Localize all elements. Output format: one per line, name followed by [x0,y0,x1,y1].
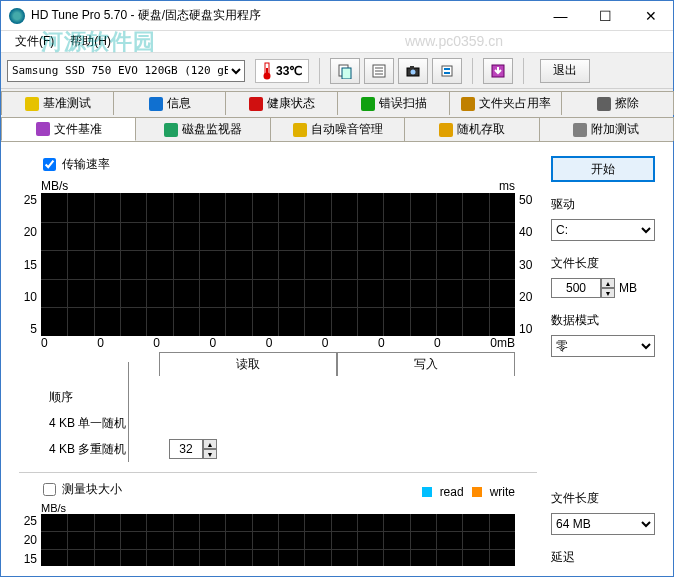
tab-icon [25,97,39,111]
tab-icon [461,97,475,111]
legend-read-label: read [440,485,464,499]
svg-rect-4 [342,68,351,79]
tab1-1[interactable]: 信息 [113,91,226,115]
transfer-rate-row: 传输速率 [19,156,537,173]
params-section: 顺序 4 KB 单一随机 4 KB 多重随机 ▲ ▼ [19,384,537,462]
right-column: 开始 驱动 C: 文件长度 ▲ ▼ MB 数据模式 零 文件长度 64 MB 延… [551,156,655,566]
chart2-unit: MB/s [19,502,537,514]
filelen-down-button[interactable]: ▼ [601,288,615,298]
menu-file[interactable]: 文件(F) [7,31,62,52]
chart-units: MB/s ms [19,179,537,193]
tab1-3[interactable]: 错误扫描 [337,91,450,115]
transfer-rate-checkbox[interactable] [43,158,56,171]
watermark-url: www.pc0359.cn [405,33,503,49]
svg-rect-12 [442,66,452,76]
tab2-4[interactable]: 附加测试 [539,117,674,141]
separator [319,58,320,84]
tab2-3[interactable]: 随机存取 [404,117,539,141]
rand-single-label: 4 KB 单一随机 [49,415,159,432]
tab-icon [439,123,453,137]
tab-icon [164,123,178,137]
tab2-1[interactable]: 磁盘监视器 [135,117,270,141]
thermometer-icon [262,62,272,80]
maximize-button[interactable]: ☐ [583,1,628,30]
tab-icon [573,123,587,137]
multi-value-input[interactable] [169,439,203,459]
tab1-2[interactable]: 健康状态 [225,91,338,115]
tab-label: 文件基准 [54,121,102,138]
tab-label: 磁盘监视器 [182,121,242,138]
datamode-select[interactable]: 零 [551,335,655,357]
block-size-label: 测量块大小 [62,481,122,498]
tab2-2[interactable]: 自动噪音管理 [270,117,405,141]
save-button[interactable] [483,58,513,84]
seq-label: 顺序 [49,389,159,406]
tab2-0[interactable]: 文件基准 [1,117,136,141]
read-write-header: 读取 写入 [159,352,515,376]
svg-rect-2 [266,68,268,75]
copy-text-button[interactable] [364,58,394,84]
tab1-5[interactable]: 擦除 [561,91,674,115]
transfer-chart: 252015105 5040302010 [19,193,537,336]
minimize-button[interactable]: ― [538,1,583,30]
svg-rect-11 [410,66,414,69]
y-left-unit: MB/s [41,179,68,193]
legend-write-swatch [472,487,482,497]
divider [128,362,129,462]
chart2-plot-area [41,514,515,566]
tab-label: 自动噪音管理 [311,121,383,138]
tab-label: 随机存取 [457,121,505,138]
copy-info-button[interactable] [330,58,360,84]
delay-label: 延迟 [551,549,655,566]
datamode-label: 数据模式 [551,312,655,329]
temperature-display: 33℃ [255,59,309,83]
block-size-checkbox[interactable] [43,483,56,496]
drive-select[interactable]: Samsung SSD 750 EVO 120GB (120 gB) [7,60,245,82]
tab-label: 错误扫描 [379,95,427,112]
menu-help[interactable]: 帮助(H) [62,31,119,52]
multi-up-button[interactable]: ▲ [203,439,217,449]
chart-plot-area [41,193,515,336]
tab-label: 附加测试 [591,121,639,138]
menubar: 河源软件园 www.pc0359.cn 文件(F) 帮助(H) [1,31,673,53]
multi-spinner: ▲ ▼ [169,439,217,459]
filelen2-label: 文件长度 [551,490,655,507]
filelen-unit: MB [619,281,637,295]
close-button[interactable]: ✕ [628,1,673,30]
options-button[interactable] [432,58,462,84]
tab1-4[interactable]: 文件夹占用率 [449,91,562,115]
window-title: HD Tune Pro 5.70 - 硬盘/固态硬盘实用程序 [31,7,538,24]
tab-icon [361,97,375,111]
tab1-0[interactable]: 基准测试 [1,91,114,115]
tabs-row-1: 基准测试信息健康状态错误扫描文件夹占用率擦除 [1,89,673,115]
filelen2-select[interactable]: 64 MB [551,513,655,535]
filelen-up-button[interactable]: ▲ [601,278,615,288]
content-area: 传输速率 MB/s ms 252015105 5040302010 000000… [1,141,673,576]
tab-icon [249,97,263,111]
screenshot-button[interactable] [398,58,428,84]
tab-label: 健康状态 [267,95,315,112]
filelen-input[interactable] [551,278,601,298]
left-column: 传输速率 MB/s ms 252015105 5040302010 000000… [19,156,537,566]
app-window: HD Tune Pro 5.70 - 硬盘/固态硬盘实用程序 ― ☐ ✕ 河源软… [0,0,674,577]
tab-label: 基准测试 [43,95,91,112]
multi-down-button[interactable]: ▼ [203,449,217,459]
drive-letter-select[interactable]: C: [551,219,655,241]
y-axis-left: 252015105 [19,193,41,336]
tab-icon [149,97,163,111]
rand-multi-label: 4 KB 多重随机 [49,441,159,458]
y-right-unit: ms [499,179,515,193]
tab-icon [293,123,307,137]
exit-button[interactable]: 退出 [540,59,590,83]
titlebar: HD Tune Pro 5.70 - 硬盘/固态硬盘实用程序 ― ☐ ✕ [1,1,673,31]
write-header: 写入 [337,353,515,376]
legend: read write [422,485,537,499]
y-axis-right: 5040302010 [515,193,537,336]
tab-label: 文件夹占用率 [479,95,551,112]
tab-icon [597,97,611,111]
start-button[interactable]: 开始 [551,156,655,182]
y2-axis-left: 252015 [19,514,41,566]
filelen-spinner: ▲ ▼ [551,278,615,298]
window-controls: ― ☐ ✕ [538,1,673,30]
legend-read-swatch [422,487,432,497]
